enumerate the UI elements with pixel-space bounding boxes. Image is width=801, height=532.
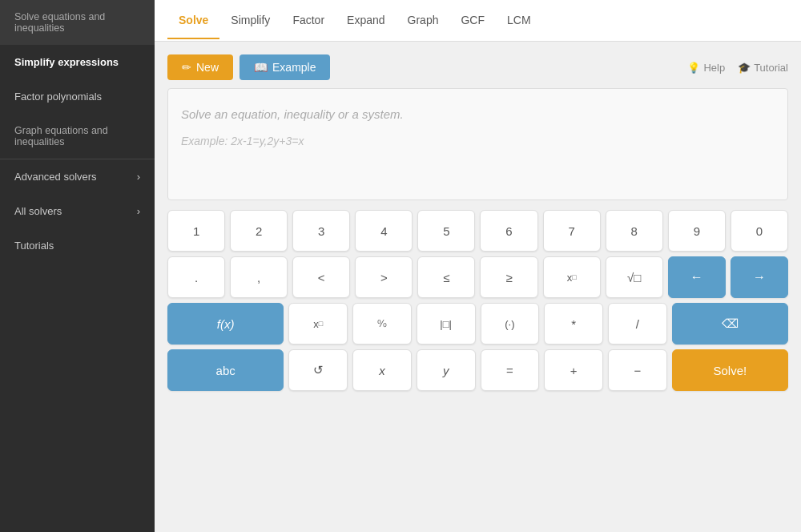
key-dot[interactable]: . [167, 256, 225, 298]
toolbar: ✏ New 📖 Example 💡 Help 🎓 Tutorial [167, 54, 788, 80]
tutorial-icon: 🎓 [738, 62, 751, 74]
sidebar-item-solve[interactable]: Solve equations andinequalities [0, 0, 155, 45]
sidebar-item-factor[interactable]: Factor polynomials [0, 79, 155, 114]
book-icon: 📖 [254, 61, 268, 74]
keypad-row-funcs: f(x) x□ ⁰⁄₀ |□| (·) * / ⌫ [167, 303, 788, 345]
tab-factor[interactable]: Factor [281, 2, 336, 39]
new-button[interactable]: ✏ New [167, 54, 233, 80]
key-xsub[interactable]: x□ [288, 303, 348, 345]
key-plus[interactable]: + [544, 349, 603, 391]
pencil-icon: ✏ [182, 61, 191, 74]
keypad-row-ops: . , < > ≤ ≥ x□ √□ ← → [167, 256, 788, 298]
solve-button[interactable]: Solve! [672, 349, 788, 391]
key-gte[interactable]: ≥ [480, 256, 537, 298]
tab-expand[interactable]: Expand [336, 2, 396, 39]
key-multiply[interactable]: * [544, 303, 603, 345]
key-gt[interactable]: > [355, 256, 413, 298]
key-8[interactable]: 8 [606, 210, 663, 252]
toolbar-left: ✏ New 📖 Example [167, 54, 330, 80]
input-example: Example: 2x-1=y,2y+3=x [181, 131, 775, 151]
sidebar-item-simplify[interactable]: Simplify expressions [0, 45, 155, 79]
key-7[interactable]: 7 [543, 210, 601, 252]
tabs-bar: Solve Simplify Factor Expand Graph GCF L… [155, 0, 801, 42]
key-fx[interactable]: f(x) [167, 303, 284, 345]
key-6[interactable]: 6 [480, 210, 537, 252]
key-parens[interactable]: (·) [481, 303, 540, 345]
key-xsup[interactable]: x□ [543, 256, 601, 298]
key-fraction[interactable]: ⁰⁄₀ [352, 303, 412, 345]
sidebar-item-graph[interactable]: Graph equations andinequalities [0, 114, 155, 159]
key-0[interactable]: 0 [731, 210, 788, 252]
keypad-row-vars: abc ↺ x y = + − Solve! [167, 349, 788, 391]
main-content: Solve Simplify Factor Expand Graph GCF L… [155, 0, 801, 532]
key-1[interactable]: 1 [167, 210, 225, 252]
key-5[interactable]: 5 [417, 210, 475, 252]
tab-simplify[interactable]: Simplify [219, 2, 281, 39]
key-comma[interactable]: , [230, 256, 288, 298]
key-y[interactable]: y [417, 349, 476, 391]
tab-graph[interactable]: Graph [396, 2, 450, 39]
tab-lcm[interactable]: LCM [496, 2, 542, 39]
key-lte[interactable]: ≤ [417, 256, 475, 298]
equation-input[interactable]: Solve an equation, inequality or a syste… [167, 88, 788, 200]
sidebar-item-tutorials[interactable]: Tutorials [0, 228, 155, 263]
keypad: 1 2 3 4 5 6 7 8 9 0 . , < > ≤ ≥ x□ √□ [167, 210, 788, 391]
key-4[interactable]: 4 [355, 210, 413, 252]
key-minus[interactable]: − [608, 349, 667, 391]
key-divide[interactable]: / [608, 303, 667, 345]
key-x[interactable]: x [352, 349, 412, 391]
key-undo[interactable]: ↺ [288, 349, 348, 391]
chevron-right-icon: › [137, 205, 140, 217]
keypad-row-digits: 1 2 3 4 5 6 7 8 9 0 [167, 210, 788, 252]
key-lt[interactable]: < [292, 256, 350, 298]
sidebar-item-all-solvers[interactable]: All solvers › [0, 194, 155, 228]
key-right-arrow[interactable]: → [731, 256, 788, 298]
input-placeholder: Solve an equation, inequality or a syste… [181, 103, 775, 125]
key-abs[interactable]: |□| [417, 303, 476, 345]
key-2[interactable]: 2 [230, 210, 288, 252]
tutorial-link[interactable]: 🎓 Tutorial [738, 62, 788, 74]
key-sqrt[interactable]: √□ [606, 256, 663, 298]
help-link[interactable]: 💡 Help [687, 62, 725, 74]
content-area: ✏ New 📖 Example 💡 Help 🎓 Tutorial [155, 42, 801, 532]
example-button[interactable]: 📖 Example [239, 54, 330, 80]
key-backspace[interactable]: ⌫ [672, 303, 788, 345]
tab-solve[interactable]: Solve [167, 2, 219, 39]
key-3[interactable]: 3 [292, 210, 350, 252]
key-abc[interactable]: abc [167, 349, 284, 391]
toolbar-right: 💡 Help 🎓 Tutorial [687, 62, 788, 74]
key-9[interactable]: 9 [668, 210, 726, 252]
sidebar-item-advanced[interactable]: Advanced solvers › [0, 159, 155, 194]
sidebar: Solve equations andinequalities Simplify… [0, 0, 155, 532]
help-icon: 💡 [687, 62, 700, 74]
key-left-arrow[interactable]: ← [668, 256, 726, 298]
tab-gcf[interactable]: GCF [449, 2, 496, 39]
key-equals[interactable]: = [481, 349, 540, 391]
chevron-right-icon: › [137, 171, 140, 183]
